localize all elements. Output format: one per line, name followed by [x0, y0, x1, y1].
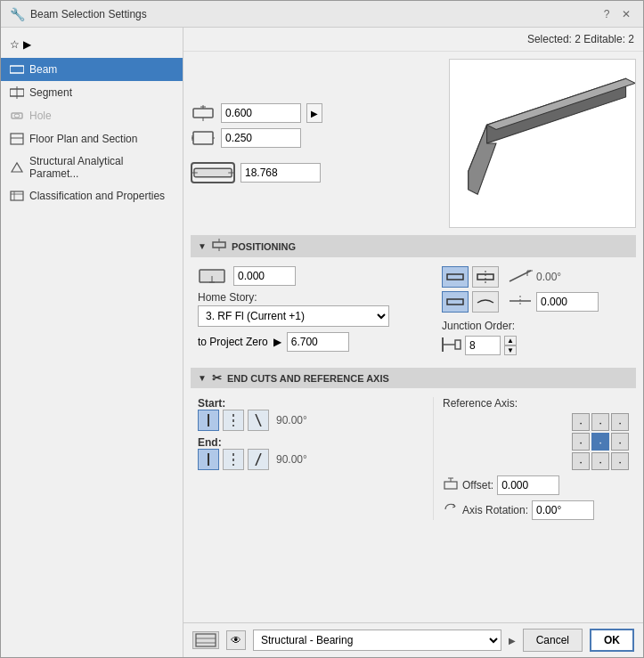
reference-axis-label: Reference Axis: — [443, 397, 629, 410]
svg-point-4 — [14, 114, 20, 118]
svg-marker-21 — [469, 78, 626, 190]
junction-row: Junction Order: ▲ — [442, 320, 629, 355]
offset-value-input[interactable] — [497, 475, 559, 495]
pos-icon-diagonal-1 — [508, 269, 533, 286]
start-cut-btn-1[interactable] — [198, 410, 219, 431]
end-cut-btn-3[interactable] — [248, 449, 269, 470]
structural-sidebar-icon — [10, 160, 24, 175]
junction-down-btn[interactable]: ▼ — [504, 345, 517, 355]
beam-selection-dialog: 🔧 Beam Selection Settings ? ✕ ☆ ▶ Beam — [0, 0, 644, 658]
dialog-title: Beam Selection Settings — [30, 8, 147, 20]
sidebar-floor-plan-label: Floor Plan and Section — [29, 133, 137, 145]
ref-dot-9[interactable]: · — [611, 452, 629, 470]
hole-sidebar-icon — [10, 109, 24, 123]
end-cuts-section: ▼ ✂ END CUTS AND REFERENCE AXIS Start: — [191, 368, 636, 524]
ref-dot-8[interactable]: · — [591, 452, 609, 470]
visibility-toggle-btn[interactable]: 👁 — [226, 630, 246, 650]
title-bar: 🔧 Beam Selection Settings ? ✕ — [1, 1, 643, 28]
pos-angle-group: 0.00° — [442, 266, 629, 313]
pos-align-btn-4[interactable] — [472, 291, 499, 313]
end-cuts-toggle[interactable]: ▼ — [198, 373, 207, 383]
svg-rect-18 — [194, 168, 232, 177]
length-icon — [191, 162, 235, 183]
end-cuts-content: Start: — [191, 394, 636, 524]
beam-sidebar-icon — [10, 62, 24, 77]
selected-info: Selected: 2 Editable: 2 — [527, 33, 634, 45]
svg-rect-30 — [447, 274, 463, 280]
content-area: ▶ — [183, 52, 643, 622]
ref-dot-4[interactable]: · — [572, 433, 590, 451]
sidebar-classification-label: Classification and Properties — [29, 190, 165, 202]
offset-input[interactable] — [233, 266, 296, 286]
end-cut-btn-1[interactable] — [198, 449, 219, 470]
start-section: Start: — [198, 397, 424, 431]
pos-angle-row-2 — [442, 291, 629, 313]
end-cuts-header: ▼ ✂ END CUTS AND REFERENCE AXIS — [191, 368, 636, 388]
rotation-icon — [443, 501, 459, 520]
pos-align-btn-1[interactable] — [442, 266, 469, 288]
junction-icon — [442, 337, 461, 355]
length-input[interactable] — [240, 163, 321, 183]
sidebar-beam-label: Beam — [29, 63, 57, 76]
start-cut-btn-3[interactable] — [248, 410, 269, 431]
close-button[interactable]: ✕ — [618, 6, 634, 22]
positioning-header: ▼ POSITIONING — [191, 235, 636, 257]
start-angle-value: 90.00° — [276, 414, 307, 426]
ref-dot-6[interactable]: · — [611, 433, 629, 451]
sidebar-item-beam[interactable]: Beam — [1, 58, 183, 81]
start-label: Start: — [198, 397, 424, 410]
layer-select[interactable]: Structural - Bearing — [253, 630, 501, 651]
svg-rect-10 — [193, 109, 213, 118]
cancel-button[interactable]: Cancel — [523, 629, 583, 652]
width-arrow-btn[interactable]: ▶ — [306, 103, 322, 123]
width-row: ▶ — [191, 103, 442, 123]
pos-height-input[interactable] — [536, 292, 599, 312]
sidebar-item-structural[interactable]: Structural Analytical Paramet... — [1, 150, 183, 184]
home-story-label: Home Story: — [198, 291, 435, 304]
pos-align-btn-2[interactable] — [472, 266, 499, 288]
ref-dot-1[interactable]: · — [572, 413, 590, 431]
end-cuts-label: END CUTS AND REFERENCE AXIS — [227, 373, 389, 384]
length-row — [191, 162, 442, 183]
junction-up-btn[interactable]: ▲ — [504, 336, 517, 345]
junction-spinner: ▲ ▼ — [504, 336, 517, 355]
title-bar-controls: ? ✕ — [599, 6, 634, 22]
top-section: ▶ — [191, 59, 636, 228]
end-cut-btn-2[interactable] — [223, 449, 244, 470]
height-input[interactable] — [221, 128, 301, 148]
home-story-select[interactable]: 3. RF Fl (Current +1) — [198, 305, 389, 327]
sidebar: ☆ ▶ Beam Segment Hole — [1, 28, 183, 657]
start-end-panel: Start: — [198, 397, 424, 520]
junction-section: Junction Order: ▲ — [442, 320, 517, 355]
junction-label: Junction Order: — [442, 320, 517, 332]
ref-dot-7[interactable]: · — [572, 452, 590, 470]
ref-dot-3[interactable]: · — [611, 413, 629, 431]
axis-rotation-label: Axis Rotation: — [462, 504, 528, 516]
svg-rect-35 — [447, 299, 463, 305]
pos-angle-value-1: 0.00° — [536, 271, 561, 283]
positioning-section: ▼ POSITIONING — [191, 235, 636, 368]
width-input[interactable] — [221, 103, 301, 123]
positioning-toggle[interactable]: ▼ — [198, 241, 207, 251]
svg-rect-7 — [11, 191, 23, 200]
home-story-section: Home Story: 3. RF Fl (Current +1) — [198, 291, 435, 327]
ref-dot-center[interactable]: · — [591, 433, 609, 451]
width-icon — [191, 104, 216, 122]
sidebar-item-classification[interactable]: Classification and Properties — [1, 184, 183, 207]
ref-axis-grid: · · · · · · · · · — [572, 413, 629, 470]
positioning-label: POSITIONING — [232, 241, 296, 252]
project-zero-input[interactable] — [287, 332, 349, 352]
sidebar-item-segment[interactable]: Segment — [1, 81, 183, 104]
junction-order-input[interactable] — [465, 336, 501, 355]
reference-axis-panel: Reference Axis: · · · · · · — [433, 397, 629, 520]
ok-button[interactable]: OK — [590, 629, 634, 652]
axis-rotation-input[interactable] — [532, 500, 594, 520]
ref-axis-grid-container: · · · · · · · · · — [443, 413, 629, 470]
start-cut-btn-2[interactable] — [223, 410, 244, 431]
floor-plan-sidebar-icon — [10, 132, 24, 146]
sidebar-item-floor-plan[interactable]: Floor Plan and Section — [1, 127, 183, 150]
pos-align-btn-3[interactable] — [442, 291, 469, 313]
ref-dot-2[interactable]: · — [591, 413, 609, 431]
dialog-icon: 🔧 — [10, 7, 25, 21]
help-button[interactable]: ? — [599, 6, 615, 22]
